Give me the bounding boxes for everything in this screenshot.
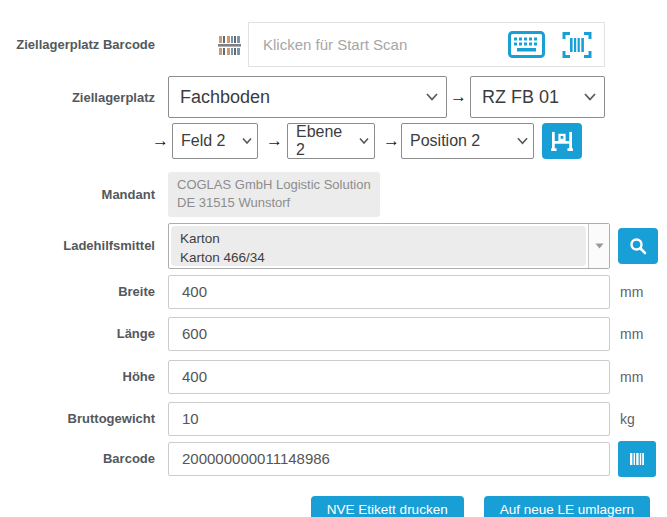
- rack-icon: [551, 131, 573, 151]
- ladehilfsmittel-label: Ladehilfsmittel: [0, 238, 168, 253]
- breite-input[interactable]: [168, 275, 610, 309]
- target-row-label: Ziellagerplatz: [0, 90, 168, 105]
- chevron-down-icon: [517, 137, 528, 145]
- keyboard-icon[interactable]: [508, 31, 545, 58]
- arrow-right-icon: →: [152, 131, 168, 151]
- bruttogewicht-row: Bruttogewicht kg: [0, 402, 667, 436]
- mandant-row: Mandant COGLAS GmbH Logistic Solution DE…: [0, 172, 667, 217]
- umlagern-form: Ziellagerplatz Barcode Klicken für Start…: [0, 0, 667, 517]
- storage-type-select[interactable]: Fachboden: [168, 76, 447, 118]
- chevron-down-icon: [242, 138, 252, 145]
- print-nve-label-button[interactable]: NVE Etikett drucken: [311, 496, 464, 517]
- ladehilfsmittel-listbox[interactable]: Karton Karton 466/34: [168, 223, 610, 269]
- target-row: Ziellagerplatz Fachboden → RZ FB 01: [0, 76, 667, 118]
- scan-row: Ziellagerplatz Barcode Klicken für Start…: [0, 22, 667, 67]
- ladehilfsmittel-row: Ladehilfsmittel Karton Karton 466/34: [0, 223, 667, 269]
- scan-row-label: Ziellagerplatz Barcode: [0, 37, 168, 52]
- search-ladehilfsmittel-button[interactable]: [618, 228, 658, 264]
- barcode-icon: [629, 452, 645, 466]
- barcode-row: Barcode: [0, 442, 667, 476]
- relocate-button[interactable]: Auf neue LE umlagern: [484, 496, 650, 517]
- ladehilfsmittel-option[interactable]: Karton 466/34: [180, 248, 577, 268]
- breite-row: Breite mm: [0, 275, 667, 309]
- actions-row: NVE Etikett drucken Auf neue LE umlagern: [0, 496, 667, 517]
- chevron-down-icon: [426, 93, 438, 101]
- search-icon: [629, 237, 647, 255]
- scan-input-box[interactable]: Klicken für Start Scan: [248, 22, 605, 67]
- feld-value: Feld 2: [181, 132, 225, 150]
- bruttogewicht-input[interactable]: [168, 402, 610, 436]
- ladehilfsmittel-options[interactable]: Karton Karton 466/34: [171, 226, 586, 266]
- laenge-row: Länge mm: [0, 317, 667, 351]
- listbox-scroll-button[interactable]: [588, 224, 609, 268]
- arrow-right-icon: →: [266, 131, 282, 151]
- caret-down-icon: [595, 243, 604, 249]
- rack-view-button[interactable]: [542, 123, 582, 159]
- barcode-input[interactable]: [168, 442, 610, 476]
- hoehe-row: Höhe mm: [0, 360, 667, 394]
- laenge-unit: mm: [620, 326, 643, 342]
- mandant-line1: COGLAS GmbH Logistic Solution: [177, 176, 371, 194]
- bruttogewicht-unit: kg: [620, 411, 635, 427]
- laenge-label: Länge: [0, 326, 168, 341]
- laenge-input[interactable]: [168, 317, 610, 351]
- storage-type-value: Fachboden: [180, 87, 270, 108]
- chevron-down-icon: [359, 138, 369, 145]
- chevron-down-icon: [584, 93, 596, 101]
- barcode-small-icon: [218, 33, 242, 57]
- print-barcode-button[interactable]: [618, 441, 656, 477]
- position-value: Position 2: [410, 132, 480, 150]
- hoehe-unit: mm: [620, 369, 643, 385]
- zone-value: RZ FB 01: [482, 87, 559, 108]
- mandant-line2: DE 31515 Wunstorf: [177, 194, 371, 212]
- hoehe-input[interactable]: [168, 360, 610, 394]
- breite-unit: mm: [620, 284, 643, 300]
- mandant-value: COGLAS GmbH Logistic Solution DE 31515 W…: [168, 172, 380, 217]
- ladehilfsmittel-option-selected[interactable]: Karton: [180, 229, 577, 249]
- breite-label: Breite: [0, 284, 168, 299]
- ebene-select[interactable]: Ebene 2: [287, 123, 375, 159]
- feld-select[interactable]: Feld 2: [172, 123, 258, 159]
- zone-select[interactable]: RZ FB 01: [470, 76, 605, 118]
- bruttogewicht-label: Bruttogewicht: [0, 411, 168, 426]
- scan-input-placeholder[interactable]: Klicken für Start Scan: [249, 36, 508, 53]
- arrow-right-icon: →: [383, 131, 399, 151]
- mandant-label: Mandant: [0, 187, 168, 202]
- hoehe-label: Höhe: [0, 369, 168, 384]
- ebene-value: Ebene 2: [296, 123, 354, 159]
- barcode-scan-icon[interactable]: [562, 30, 592, 60]
- position-select[interactable]: Position 2: [401, 123, 534, 159]
- arrow-right-icon: →: [447, 87, 470, 107]
- detail-row: → Feld 2 → Ebene 2 → Position 2: [0, 123, 667, 159]
- barcode-label: Barcode: [0, 451, 168, 466]
